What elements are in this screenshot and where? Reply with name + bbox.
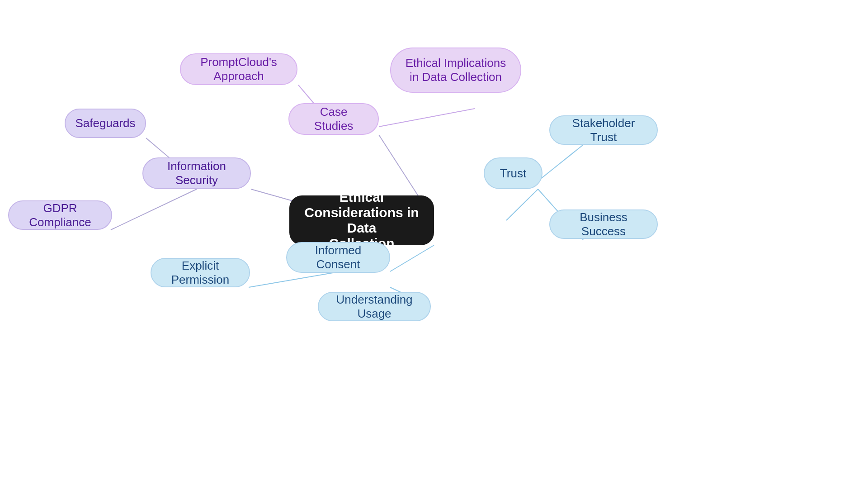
svg-line-7 bbox=[538, 145, 583, 181]
safeguards-node[interactable]: Safeguards bbox=[65, 109, 146, 138]
safeguards-label: Safeguards bbox=[75, 116, 136, 130]
informed-consent-label: Informed Consent bbox=[298, 243, 378, 271]
gdpr-compliance-label: GDPR Compliance bbox=[20, 201, 100, 229]
business-success-node[interactable]: Business Success bbox=[549, 209, 658, 239]
ethical-implications-label: Ethical Implications in Data Collection bbox=[402, 56, 509, 84]
trust-label: Trust bbox=[500, 167, 526, 181]
business-success-label: Business Success bbox=[561, 210, 646, 238]
case-studies-node[interactable]: Case Studies bbox=[288, 103, 379, 135]
svg-line-2 bbox=[379, 109, 475, 127]
stakeholder-trust-node[interactable]: Stakeholder Trust bbox=[549, 115, 658, 145]
ethical-implications-node[interactable]: Ethical Implications in Data Collection bbox=[390, 48, 521, 93]
svg-line-10 bbox=[249, 272, 338, 287]
trust-node[interactable]: Trust bbox=[484, 157, 542, 189]
explicit-permission-label: Explicit Permission bbox=[162, 259, 238, 287]
svg-line-5 bbox=[111, 189, 197, 230]
understanding-usage-node[interactable]: Understanding Usage bbox=[318, 292, 431, 321]
promptcloud-node[interactable]: PromptCloud's Approach bbox=[180, 53, 297, 85]
information-security-label: Information Security bbox=[154, 159, 239, 187]
informed-consent-node[interactable]: Informed Consent bbox=[286, 242, 390, 273]
case-studies-label: Case Studies bbox=[300, 105, 367, 133]
center-node: Ethical Considerations in Data Collectio… bbox=[289, 195, 434, 245]
gdpr-compliance-node[interactable]: GDPR Compliance bbox=[8, 200, 112, 230]
promptcloud-label: PromptCloud's Approach bbox=[192, 55, 286, 83]
explicit-permission-node[interactable]: Explicit Permission bbox=[151, 258, 250, 287]
understanding-usage-label: Understanding Usage bbox=[330, 293, 419, 321]
svg-line-6 bbox=[506, 189, 538, 220]
stakeholder-trust-label: Stakeholder Trust bbox=[561, 116, 646, 144]
information-security-node[interactable]: Information Security bbox=[142, 157, 251, 189]
